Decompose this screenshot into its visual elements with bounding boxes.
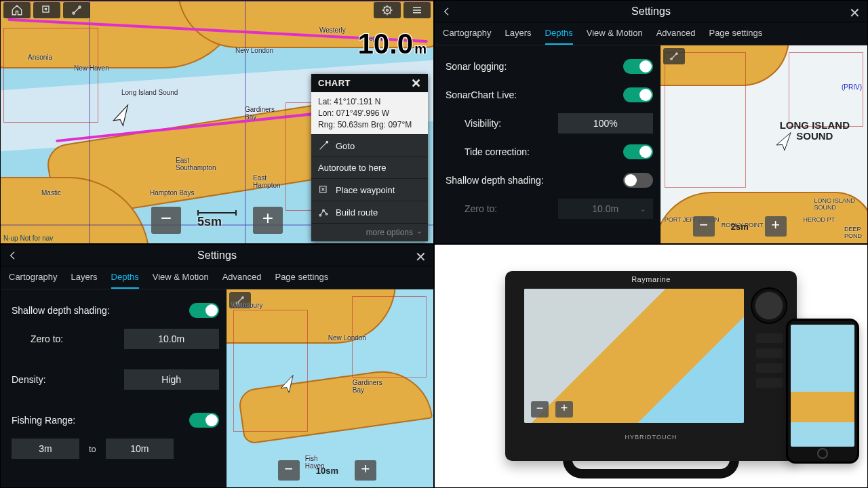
settings-title: Settings [631, 5, 671, 18]
goto-icon [318, 140, 329, 151]
region-label: LONG ISLAND SOUND [780, 120, 850, 142]
measure-icon[interactable] [663, 48, 685, 64]
label-mastic: Mastic [41, 189, 61, 197]
close-icon[interactable]: ✕ [849, 5, 861, 21]
popup-coordinates: Lat: 41°10'.191 N Lon: 071°49'.996 W Rng… [311, 92, 428, 134]
popup-rng-brg: Rng: 50.63sm Brg: 097°M [318, 119, 421, 131]
chevron-down-icon: ⌄ [639, 204, 646, 214]
zoom-out-button[interactable]: − [151, 207, 181, 234]
menu-goto[interactable]: Goto [311, 134, 428, 157]
menu-place-waypoint-label: Place waypoint [336, 185, 395, 195]
waypoint-icon [318, 184, 329, 195]
menu-build-route-label: Build route [336, 207, 378, 218]
sonar-logging-toggle[interactable] [623, 59, 653, 74]
zoom-out-button[interactable]: − [693, 216, 715, 237]
chart-context-menu: CHART ✕ Lat: 41°10'.191 N Lon: 071°49'.9… [311, 74, 428, 241]
popup-lon: Lon: 071°49'.996 W [318, 108, 421, 119]
menu-goto-label: Goto [336, 141, 355, 151]
zoom-out-button: − [531, 401, 549, 418]
scale-label: 10sm [316, 466, 338, 476]
zoom-in-button[interactable]: + [765, 216, 787, 237]
shallow-shading-label: Shallow depth shading: [446, 175, 623, 186]
svg-point-4 [387, 9, 389, 12]
tab-advanced[interactable]: Advanced [656, 28, 696, 45]
zero-to-label: Zero to: [12, 333, 124, 344]
close-icon[interactable]: ✕ [411, 79, 422, 88]
zero-to-value[interactable]: 10.0m⌄ [558, 199, 653, 219]
density-value[interactable]: High [124, 369, 219, 390]
chart-topbar [1, 1, 433, 20]
shallow-shading-toggle[interactable] [623, 173, 653, 188]
tab-depths[interactable]: Depths [545, 28, 573, 45]
shallow-shading-toggle[interactable] [189, 303, 219, 318]
popup-title: CHART [318, 78, 351, 88]
sonarchart-live-toggle[interactable] [623, 87, 653, 102]
tab-page-settings[interactable]: Page settings [709, 28, 762, 45]
close-icon[interactable]: ✕ [415, 249, 427, 265]
settings-minimap[interactable]: LONG ISLAND SOUND (PRIV) LONG ISLAND SOU… [660, 45, 867, 243]
label-new-london: New London [235, 47, 273, 54]
settings-minimap[interactable]: Gardiners Bay Fish Haven New London Wate… [226, 289, 433, 487]
tab-depths[interactable]: Depths [111, 272, 139, 289]
label-gardiners-bay: Gardiners Bay [245, 106, 275, 121]
menu-autoroute[interactable]: Autoroute to here [311, 157, 428, 178]
label-gardiners-bay: Gardiners Bay [353, 379, 382, 394]
label-westerly: Westerly [319, 26, 346, 34]
label-new-haven: New Haven [74, 64, 109, 72]
measure-button[interactable] [63, 2, 90, 18]
label-east-southampton: East Southampton [176, 157, 216, 171]
settings-panel-sonar: Settings ✕ Cartography Layers Depths Vie… [434, 0, 868, 244]
waypoint-button[interactable] [33, 2, 60, 18]
zero-to-label: Zero to: [446, 203, 558, 214]
tab-advanced[interactable]: Advanced [222, 272, 262, 289]
label-ansonia: Ansonia [28, 54, 52, 61]
menu-place-waypoint[interactable]: Place waypoint [311, 178, 428, 201]
label-long-island-sound: Long Island Sound [121, 89, 178, 96]
helm-button[interactable] [374, 2, 401, 18]
tide-correction-toggle[interactable] [623, 144, 653, 159]
zero-to-value[interactable]: 10.0m [124, 329, 219, 349]
label-deep-pond: DEEP POND [844, 226, 862, 239]
visibility-value[interactable]: 100% [558, 113, 653, 134]
tab-view-motion[interactable]: View & Motion [587, 28, 643, 45]
tab-layers[interactable]: Layers [505, 28, 532, 45]
label-east-hampton: East Hampton [253, 174, 281, 189]
tab-cartography[interactable]: Cartography [443, 28, 492, 45]
shallow-shading-label: Shallow depth shading: [12, 305, 189, 316]
zoom-in-button[interactable]: + [253, 207, 283, 234]
mfd-device: Raymarine − + HYBRIDTOUCH [505, 271, 797, 461]
back-icon[interactable] [441, 6, 452, 17]
menu-build-route[interactable]: Build route [311, 201, 428, 223]
tab-view-motion[interactable]: View & Motion [153, 272, 209, 289]
zoom-out-button[interactable]: − [278, 460, 300, 481]
fishing-range-from[interactable]: 3m [12, 439, 79, 459]
tab-cartography[interactable]: Cartography [9, 272, 58, 289]
home-button-icon [817, 448, 828, 459]
label-hampton-bays: Hampton Bays [150, 189, 195, 197]
fishing-range-toggle[interactable] [189, 413, 219, 428]
settings-tabs: Cartography Layers Depths View & Motion … [1, 266, 433, 289]
zoom-in-button[interactable]: + [355, 460, 376, 481]
tide-correction-label: Tide correction: [446, 146, 623, 157]
back-icon[interactable] [7, 250, 18, 261]
zoom-in-button: + [555, 401, 573, 418]
depth-unit: m [414, 41, 427, 57]
subbrand-label: HYBRIDTOUCH [625, 434, 677, 441]
svg-point-5 [326, 142, 328, 144]
status-text: N-up Not for nav [3, 235, 53, 242]
label-new-london: New London [328, 334, 366, 342]
home-button[interactable] [3, 2, 31, 18]
menu-autoroute-label: Autoroute to here [318, 163, 386, 173]
tab-layers[interactable]: Layers [71, 272, 98, 289]
menu-button[interactable] [403, 2, 431, 18]
menu-more-options[interactable]: more options › [311, 223, 428, 241]
menu-more-label: more options [366, 228, 413, 237]
sonar-logging-label: Sonar logging: [446, 61, 623, 72]
chart-view[interactable]: Long Island Sound Gardiners Bay East Sou… [0, 0, 434, 244]
label-waterbury: Waterbury [232, 302, 263, 309]
hardware-buttons [756, 333, 783, 388]
tab-page-settings[interactable]: Page settings [275, 272, 328, 289]
fishing-range-to[interactable]: 10m [106, 439, 174, 459]
settings-title: Settings [197, 249, 237, 262]
scale-label: 2sm [731, 222, 749, 232]
